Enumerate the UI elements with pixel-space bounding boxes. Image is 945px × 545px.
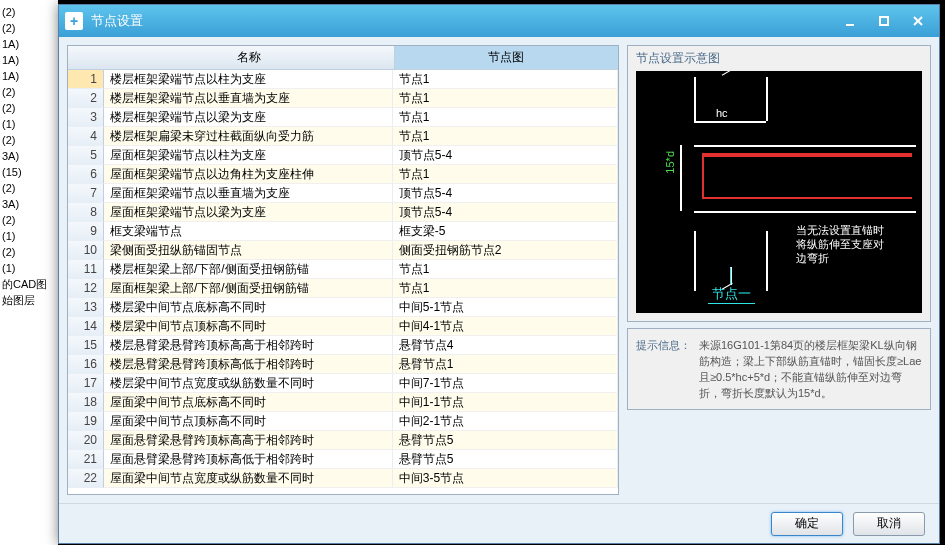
table-row[interactable]: 7屋面框架梁端节点以垂直墙为支座顶节点5-4 bbox=[68, 184, 618, 203]
table-body[interactable]: 1楼层框架梁端节点以柱为支座节点12楼层框架梁端节点以垂直墙为支座节点13楼层框… bbox=[68, 70, 618, 494]
cell-node: 顶节点5-4 bbox=[393, 184, 618, 203]
row-number: 18 bbox=[68, 393, 104, 412]
table-row[interactable]: 13楼层梁中间节点底标高不同时中间5-1节点 bbox=[68, 298, 618, 317]
table-row[interactable]: 19屋面梁中间节点顶标高不同时中间2-1节点 bbox=[68, 412, 618, 431]
table-row[interactable]: 6屋面框架梁端节点以边角柱为支座柱伸节点1 bbox=[68, 165, 618, 184]
preview-note: 当无法设置直锚时 将纵筋伸至支座对 边弯折 bbox=[796, 223, 916, 265]
row-number: 21 bbox=[68, 450, 104, 469]
maximize-button[interactable] bbox=[869, 11, 899, 31]
cell-node: 顶节点5-4 bbox=[393, 203, 618, 222]
cad-layer-item: (2) bbox=[2, 20, 56, 36]
table-row[interactable]: 18屋面梁中间节点底标高不同时中间1-1节点 bbox=[68, 393, 618, 412]
row-number: 2 bbox=[68, 89, 104, 108]
cell-node: 节点1 bbox=[393, 70, 618, 89]
preview-title: 节点设置示意图 bbox=[628, 46, 930, 71]
row-number: 19 bbox=[68, 412, 104, 431]
cell-name: 屋面悬臂梁悬臂跨顶标高低于相邻跨时 bbox=[104, 450, 393, 469]
cell-node: 中间7-1节点 bbox=[393, 374, 618, 393]
row-number: 14 bbox=[68, 317, 104, 336]
table-row[interactable]: 8屋面框架梁端节点以梁为支座顶节点5-4 bbox=[68, 203, 618, 222]
cad-layer-sidebar: (2)(2)1A)1A)1A)(2)(2)(1)(2)3A)(15)(2)3A)… bbox=[0, 0, 58, 545]
table-row[interactable]: 5屋面框架梁端节点以柱为支座顶节点5-4 bbox=[68, 146, 618, 165]
cell-node: 节点1 bbox=[393, 260, 618, 279]
cell-name: 楼层梁中间节点底标高不同时 bbox=[104, 298, 393, 317]
cell-name: 楼层框架扁梁未穿过柱截面纵向受力筋 bbox=[104, 127, 393, 146]
table-row[interactable]: 3楼层框架梁端节点以梁为支座节点1 bbox=[68, 108, 618, 127]
cell-node: 中间4-1节点 bbox=[393, 317, 618, 336]
table-row[interactable]: 21屋面悬臂梁悬臂跨顶标高低于相邻跨时悬臂节点5 bbox=[68, 450, 618, 469]
row-number: 13 bbox=[68, 298, 104, 317]
cell-node: 节点1 bbox=[393, 279, 618, 298]
cad-layer-item: (15) bbox=[2, 164, 56, 180]
cad-layer-item: (2) bbox=[2, 132, 56, 148]
table-row[interactable]: 12屋面框架梁上部/下部/侧面受扭钢筋锚节点1 bbox=[68, 279, 618, 298]
table-row[interactable]: 11楼层框架梁上部/下部/侧面受扭钢筋锚节点1 bbox=[68, 260, 618, 279]
dialog-title: 节点设置 bbox=[91, 12, 143, 30]
cell-name: 楼层框架梁上部/下部/侧面受扭钢筋锚 bbox=[104, 260, 393, 279]
cell-name: 楼层悬臂梁悬臂跨顶标高高于相邻跨时 bbox=[104, 336, 393, 355]
table-row[interactable]: 9框支梁端节点框支梁-5 bbox=[68, 222, 618, 241]
titlebar[interactable]: + 节点设置 bbox=[59, 5, 939, 37]
cell-node: 节点1 bbox=[393, 127, 618, 146]
cell-name: 屋面框架梁端节点以垂直墙为支座 bbox=[104, 184, 393, 203]
cad-layer-item: 始图层 bbox=[2, 292, 56, 308]
table-row[interactable]: 15楼层悬臂梁悬臂跨顶标高高于相邻跨时悬臂节点4 bbox=[68, 336, 618, 355]
cad-layer-item: (2) bbox=[2, 100, 56, 116]
cell-name: 屋面框架梁端节点以柱为支座 bbox=[104, 146, 393, 165]
cell-node: 悬臂节点1 bbox=[393, 355, 618, 374]
row-number: 12 bbox=[68, 279, 104, 298]
table-row[interactable]: 16楼层悬臂梁悬臂跨顶标高低于相邻跨时悬臂节点1 bbox=[68, 355, 618, 374]
cell-name: 屋面框架梁端节点以边角柱为支座柱伸 bbox=[104, 165, 393, 184]
col-header-name[interactable]: 名称 bbox=[104, 46, 395, 69]
minimize-button[interactable] bbox=[835, 11, 865, 31]
cancel-button[interactable]: 取消 bbox=[853, 512, 925, 536]
row-number: 7 bbox=[68, 184, 104, 203]
dialog-footer: 确定 取消 bbox=[59, 503, 939, 543]
cad-layer-item: 1A) bbox=[2, 52, 56, 68]
row-number: 5 bbox=[68, 146, 104, 165]
cell-name: 楼层悬臂梁悬臂跨顶标高低于相邻跨时 bbox=[104, 355, 393, 374]
table-row[interactable]: 17楼层梁中间节点宽度或纵筋数量不同时中间7-1节点 bbox=[68, 374, 618, 393]
table-row[interactable]: 22屋面梁中间节点宽度或纵筋数量不同时中间3-5节点 bbox=[68, 469, 618, 488]
row-number: 10 bbox=[68, 241, 104, 260]
cad-layer-item: (1) bbox=[2, 116, 56, 132]
cad-layer-item: 的CAD图 bbox=[2, 276, 56, 292]
row-number: 8 bbox=[68, 203, 104, 222]
row-number: 16 bbox=[68, 355, 104, 374]
svg-rect-1 bbox=[880, 17, 888, 25]
cell-node: 节点1 bbox=[393, 108, 618, 127]
dim-hc: hc bbox=[716, 107, 728, 119]
table-row[interactable]: 10梁侧面受扭纵筋锚固节点侧面受扭钢筋节点2 bbox=[68, 241, 618, 260]
cad-layer-item: 3A) bbox=[2, 196, 56, 212]
table-row[interactable]: 2楼层框架梁端节点以垂直墙为支座节点1 bbox=[68, 89, 618, 108]
preview-caption: 节点一 bbox=[708, 285, 755, 304]
table-row[interactable]: 1楼层框架梁端节点以柱为支座节点1 bbox=[68, 70, 618, 89]
col-header-node[interactable]: 节点图 bbox=[395, 46, 618, 69]
maximize-icon bbox=[878, 15, 890, 27]
table-row[interactable]: 20屋面悬臂梁悬臂跨顶标高高于相邻跨时悬臂节点5 bbox=[68, 431, 618, 450]
cell-name: 屋面框架梁端节点以梁为支座 bbox=[104, 203, 393, 222]
right-pane: 节点设置示意图 hc bbox=[627, 45, 931, 495]
cad-layer-item: (2) bbox=[2, 4, 56, 20]
hint-panel: 提示信息： 来源16G101-1第84页的楼层框架梁KL纵向钢筋构造；梁上下部纵… bbox=[627, 328, 931, 410]
app-icon: + bbox=[65, 12, 83, 30]
node-settings-dialog: + 节点设置 名称 节点图 1楼层框架梁端节点以柱为支座节点12楼层框架梁端节点… bbox=[58, 4, 940, 544]
row-number: 15 bbox=[68, 336, 104, 355]
row-number: 11 bbox=[68, 260, 104, 279]
close-icon bbox=[912, 15, 924, 27]
cell-node: 顶节点5-4 bbox=[393, 146, 618, 165]
cell-name: 框支梁端节点 bbox=[104, 222, 393, 241]
table-header: 名称 节点图 bbox=[68, 46, 618, 70]
cell-name: 楼层框架梁端节点以垂直墙为支座 bbox=[104, 89, 393, 108]
cell-node: 悬臂节点4 bbox=[393, 336, 618, 355]
cell-node: 中间1-1节点 bbox=[393, 393, 618, 412]
row-number: 1 bbox=[68, 70, 104, 89]
dialog-content: 名称 节点图 1楼层框架梁端节点以柱为支座节点12楼层框架梁端节点以垂直墙为支座… bbox=[59, 37, 939, 503]
cell-name: 楼层框架梁端节点以梁为支座 bbox=[104, 108, 393, 127]
close-button[interactable] bbox=[903, 11, 933, 31]
cad-layer-item: (1) bbox=[2, 260, 56, 276]
table-row[interactable]: 4楼层框架扁梁未穿过柱截面纵向受力筋节点1 bbox=[68, 127, 618, 146]
table-row[interactable]: 14楼层梁中间节点顶标高不同时中间4-1节点 bbox=[68, 317, 618, 336]
ok-button[interactable]: 确定 bbox=[771, 512, 843, 536]
preview-panel: 节点设置示意图 hc bbox=[627, 45, 931, 322]
